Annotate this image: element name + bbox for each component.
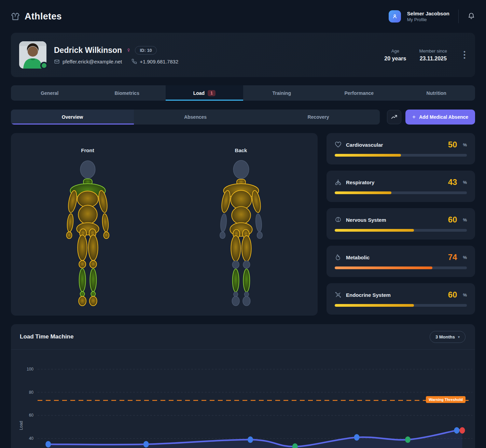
app-brand: Athletes [11,11,62,22]
sub-tab-bar: Overview Absences Recovery [11,110,380,125]
flame-icon [335,254,342,261]
tab-biometrics[interactable]: Biometrics [88,85,166,101]
tab-load[interactable]: Load 1 [166,85,243,101]
system-label: Respiratory [346,179,444,185]
back-torso [230,190,252,238]
load-panel-title: Load Time Machine [20,333,73,340]
athlete-phone-text: +1.909.681.7832 [140,59,178,64]
system-label: Cardiovascular [346,142,444,148]
tab-nutrition[interactable]: Nutrition [398,85,475,101]
progress-track [335,266,467,269]
main-tab-bar: General Biometrics Load 1 Training Perfo… [11,85,475,101]
system-unit: % [463,142,467,147]
lungs-icon [335,179,342,186]
age-label: Age [384,48,406,54]
athlete-name: Dedrick Wilkinson [54,46,122,55]
brain-icon [335,216,342,223]
system-unit: % [463,217,467,222]
warning-threshold-badge: Warning Threshold [426,396,466,403]
range-selector[interactable]: 3 Months ▾ [430,331,466,343]
nervous-system-card: Nervous System 60 % [327,208,475,240]
cardiovascular-card: Cardiovascular 50 % [327,133,475,164]
system-value: 50 [448,140,457,149]
system-unit: % [463,255,467,260]
subtab-overview[interactable]: Overview [11,110,134,125]
top-bar: Athletes Selmer Jacobson My Profile [11,0,475,33]
front-head [80,161,95,178]
front-torso [77,191,99,237]
system-label: Metabolic [346,255,444,260]
svg-text:40: 40 [29,436,34,441]
chevron-down-icon: ▾ [458,335,460,339]
progress-fill [335,266,432,269]
online-status-dot [40,62,48,69]
progress-fill [335,154,401,157]
tab-general[interactable]: General [11,85,88,101]
jersey-icon [11,12,20,21]
member-since-value: 23.11.2025 [419,56,447,62]
load-chart[interactable]: 100806040Load Warning Threshold [11,350,475,448]
system-value: 60 [448,215,457,225]
system-unit: % [463,180,467,185]
metabolic-card: Metabolic 74 % [327,246,475,277]
subtab-absences[interactable]: Absences [134,110,257,125]
progress-track [335,191,467,194]
member-since-label: Member since [419,48,447,54]
phone-icon [131,59,137,64]
age-value: 20 years [384,56,406,62]
progress-track [335,154,467,157]
body-map-panel: Front [11,133,318,316]
trending-up-icon [391,114,398,120]
athlete-photo [19,41,46,69]
system-value: 60 [448,290,457,300]
notifications-button[interactable] [468,12,475,21]
tab-training[interactable]: Training [243,85,321,101]
member-since-stat: Member since 23.11.2025 [419,48,447,62]
tab-performance[interactable]: Performance [320,85,398,101]
athlete-menu-button[interactable]: ••• [463,50,466,60]
person-icon [392,13,398,19]
front-label: Front [81,147,94,153]
athletes-page: Athletes Selmer Jacobson My Profile [0,0,486,448]
endocrine-system-card: Endocrine System 60 % [327,283,475,315]
user-avatar[interactable] [389,10,401,23]
back-head [233,160,249,178]
progress-fill [335,191,391,194]
heart-icon [335,141,342,148]
page-title: Athletes [25,11,62,22]
age-stat: Age 20 years [384,48,406,62]
progress-fill [335,229,414,232]
svg-text:80: 80 [29,390,34,395]
front-legs [78,235,98,306]
system-value: 43 [448,177,457,187]
user-meta[interactable]: Selmer Jacobson My Profile [407,11,449,22]
athlete-email-text: pfeffer.erick@example.net [63,59,122,64]
svg-text:100: 100 [27,367,33,372]
athlete-phone[interactable]: +1.909.681.7832 [131,59,178,64]
respiratory-card: Respiratory 43 % [327,171,475,202]
add-medical-absence-button[interactable]: + Add Medical Absence [405,110,475,125]
load-tab-badge: 1 [208,90,216,96]
bell-icon [468,12,475,20]
system-label: Nervous System [346,217,444,223]
system-unit: % [463,292,467,298]
athlete-stats: Age 20 years Member since 23.11.2025 ••• [384,48,466,62]
atom-icon [335,291,342,298]
subtab-recovery[interactable]: Recovery [257,110,380,125]
svg-text:60: 60 [29,413,34,418]
user-role: My Profile [407,17,449,22]
divider [458,10,459,23]
trend-chart-button[interactable] [387,110,401,124]
back-legs [231,235,251,306]
load-time-machine-panel: Load Time Machine 3 Months ▾ 100806040Lo… [11,324,475,448]
athlete-info: Dedrick Wilkinson ♀ ID: 10 pfeffer.erick… [54,46,377,64]
body-map-back[interactable] [207,158,275,308]
athlete-email[interactable]: pfeffer.erick@example.net [54,59,122,64]
body-map-front[interactable] [54,158,122,308]
athlete-card: Dedrick Wilkinson ♀ ID: 10 pfeffer.erick… [11,33,475,77]
plus-icon: + [412,114,416,120]
svg-text:Load: Load [19,421,24,430]
system-label: Endocrine System [346,292,444,298]
user-box: Selmer Jacobson My Profile [389,10,475,23]
female-icon: ♀ [126,46,131,54]
